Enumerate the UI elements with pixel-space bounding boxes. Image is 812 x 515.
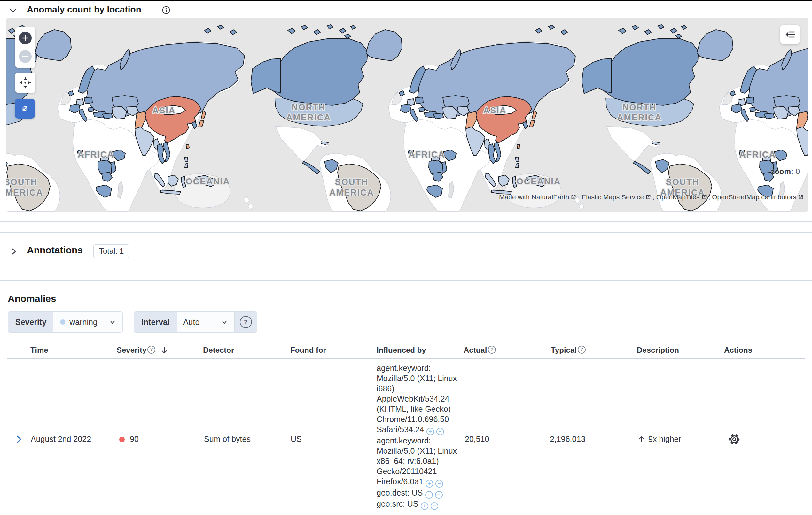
attribution-link[interactable]: , OpenMapTiles (652, 193, 707, 201)
interval-help-button[interactable]: ? (234, 312, 257, 332)
column-header-actions: Actions (724, 346, 752, 355)
warning-severity-dot (60, 319, 65, 325)
info-icon[interactable] (162, 6, 170, 16)
divider (0, 221, 812, 222)
zoom-value: 0 (796, 167, 800, 176)
collapse-section-chevron-icon[interactable] (8, 6, 18, 17)
divider (0, 269, 812, 269)
influencer-item: geo.dest: US+− (377, 487, 461, 499)
fit-to-data-button[interactable] (15, 72, 35, 93)
map-attribution: Made with NaturalEarth, Elastic Maps Ser… (499, 193, 804, 201)
influencer-item: agent.keyword: Mozilla/5.0 (X11; Linux x… (377, 435, 461, 487)
attribution-link[interactable]: , Elastic Maps Service (578, 193, 651, 201)
column-header-detector[interactable]: Detector (203, 346, 234, 355)
remove-filter-icon[interactable]: − (431, 502, 438, 510)
divider (0, 280, 812, 281)
map-section-title: Anomaly count by location (27, 4, 141, 15)
help-icon: ? (147, 346, 155, 354)
attribution-link[interactable]: , OpenStreetMap contributors (708, 193, 804, 201)
chevron-down-icon (109, 319, 116, 326)
cell-found-for: US (291, 434, 302, 444)
top-divider (0, 0, 812, 1)
anomaly-explorer-page: Anomaly count by location (0, 0, 812, 515)
severity-filter-label: Severity (8, 312, 53, 332)
zoom-in-button[interactable] (19, 32, 32, 44)
zoom-label: zoom: (771, 167, 793, 176)
world-map-layer: ASIA NORTH AMERICA AFRICA OCEANIA SOUTH … (6, 18, 808, 212)
anomalies-title: Anomalies (8, 293, 56, 304)
column-header-description[interactable]: Description (637, 346, 679, 355)
severity-filter-value: warning (69, 317, 97, 327)
annotations-expand-chevron-icon[interactable] (9, 247, 19, 258)
table-header-rule (7, 359, 805, 359)
cell-time: August 2nd 2022 (31, 434, 91, 444)
remove-filter-icon[interactable]: − (436, 428, 444, 435)
cell-severity-score: 90 (130, 434, 139, 444)
expand-map-button[interactable] (15, 99, 35, 119)
add-filter-icon[interactable]: + (421, 502, 428, 510)
anomaly-map[interactable]: ASIA NORTH AMERICA AFRICA OCEANIA SOUTH … (6, 18, 808, 212)
gear-icon (728, 433, 741, 445)
column-header-typical[interactable]: Typical? (551, 346, 586, 355)
attribution-link[interactable]: Made with NaturalEarth (499, 193, 576, 201)
row-actions-gear-button[interactable] (728, 433, 741, 447)
sort-descending-icon (160, 346, 169, 354)
remove-filter-icon[interactable]: − (435, 491, 443, 499)
help-icon: ? (240, 316, 252, 328)
add-filter-icon[interactable]: + (425, 491, 433, 499)
legend-toggle-button[interactable] (780, 25, 800, 44)
annotations-title: Annotations (27, 245, 83, 255)
external-link-icon (701, 194, 707, 200)
chevron-down-icon (221, 319, 228, 326)
add-filter-icon[interactable]: + (427, 428, 434, 435)
zoom-out-button[interactable] (19, 50, 32, 63)
external-link-icon (645, 194, 651, 200)
cell-description: 9x higher (637, 434, 681, 444)
row-expand-chevron[interactable] (14, 434, 24, 445)
interval-filter-value: Auto (183, 317, 200, 327)
map-zoom-panel (15, 27, 35, 68)
crosshair-icon (19, 77, 31, 89)
external-link-icon (571, 194, 576, 200)
remove-filter-icon[interactable]: − (435, 480, 443, 487)
column-header-time[interactable]: Time (30, 346, 48, 355)
help-icon: ? (488, 346, 496, 354)
interval-filter-label: Interval (134, 312, 177, 332)
cell-actual: 20,510 (465, 434, 489, 444)
influencer-item: geo.src: US+− (377, 499, 461, 510)
column-header-actual[interactable]: Actual? (464, 346, 496, 355)
severity-filter-select[interactable]: warning (53, 312, 122, 332)
cell-typical: 2,196.013 (550, 434, 585, 444)
add-filter-icon[interactable]: + (426, 480, 433, 487)
expand-icon (20, 103, 30, 114)
column-header-found-for[interactable]: Found for (290, 346, 326, 355)
zoom-level-indicator: zoom: 0 (771, 167, 800, 176)
help-icon: ? (578, 346, 586, 354)
external-link-icon (798, 194, 804, 200)
cell-detector: Sum of bytes (204, 434, 251, 444)
annotations-total-badge: Total: 1 (93, 244, 129, 259)
cell-influenced-by: agent.keyword: Mozilla/5.0 (X11; Linux i… (377, 363, 461, 510)
interval-filter-select[interactable]: Auto (177, 312, 234, 332)
map-section-header: Anomaly count by location (0, 2, 812, 15)
severity-dot (119, 436, 125, 443)
severity-filter: Severity warning (8, 311, 123, 333)
arrow-up-icon (637, 435, 646, 444)
column-header-influenced-by[interactable]: Influenced by (377, 346, 426, 355)
interval-filter: Interval Auto ? (134, 311, 257, 333)
influencer-item: agent.keyword: Mozilla/5.0 (X11; Linux i… (377, 363, 461, 435)
divider (0, 232, 812, 233)
menu-left-icon (784, 28, 796, 41)
column-header-severity[interactable]: Severity? (117, 346, 169, 355)
